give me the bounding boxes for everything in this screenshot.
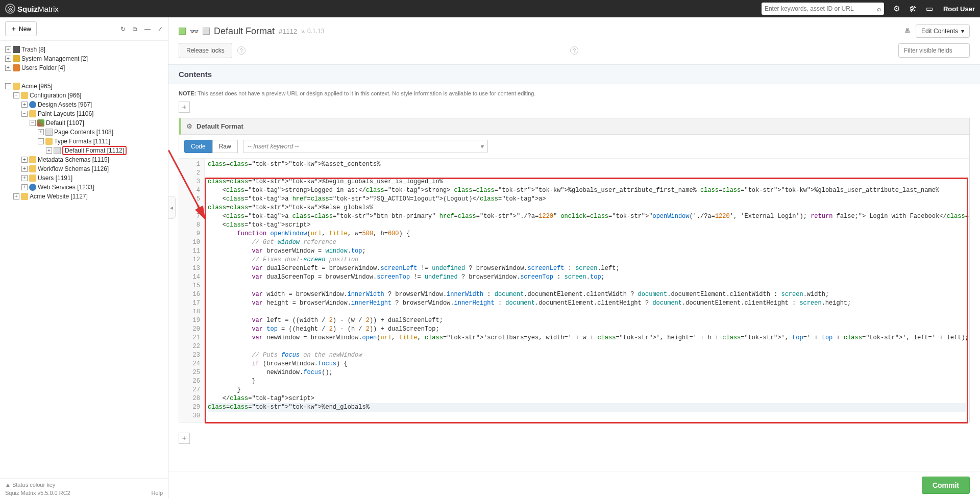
asset-tree-sidebar: ＋New ↻ ⧉ — ✓ +Trash [8]+System Managemen… (0, 17, 168, 499)
new-asset-button[interactable]: ＋New (5, 21, 37, 36)
expander-icon[interactable]: + (21, 166, 28, 172)
help-link[interactable]: Help (151, 490, 163, 496)
brand-suffix: Matrix (38, 5, 59, 13)
tree-row[interactable]: −Default [1107] (2, 118, 166, 128)
asset-type-icon (29, 174, 36, 182)
print-icon[interactable]: 🖶 (904, 28, 911, 35)
preview-icon[interactable]: 👓 (190, 27, 199, 35)
asset-type-icon (21, 92, 28, 99)
tree-node-label[interactable]: Users [1191] (38, 174, 72, 182)
tree-row[interactable]: +Default Format [1112] (2, 146, 166, 155)
tree-row[interactable]: +Web Services [1233] (2, 183, 166, 192)
tree-row[interactable]: −Paint Layouts [1106] (2, 109, 166, 118)
expander-icon[interactable]: + (21, 157, 28, 163)
tree-row[interactable] (2, 72, 166, 82)
release-locks-button[interactable]: Release locks (179, 43, 232, 58)
expander-icon[interactable]: − (38, 138, 44, 144)
tree-node-label[interactable]: Paint Layouts [1106] (38, 110, 93, 117)
code-lines[interactable]: class=class="tok-str">"tok-kw">%asset_co… (205, 159, 969, 422)
commit-button[interactable]: Commit (922, 477, 970, 494)
tree-node-label[interactable]: Configuration [966] (30, 92, 81, 99)
tree-row[interactable]: +Design Assets [967] (2, 100, 166, 109)
expander-icon[interactable]: + (21, 184, 28, 190)
chevron-down-icon: ▾ (961, 28, 964, 35)
expander-icon[interactable]: + (5, 65, 11, 71)
gear-icon[interactable]: ⚙ (186, 122, 192, 130)
tree-node-label[interactable]: Acme [965] (21, 83, 53, 90)
tree-row[interactable]: −Type Formats [1111] (2, 137, 166, 146)
tree-node-label[interactable]: Metadata Schemas [1115] (38, 156, 109, 163)
tree-row[interactable]: −Configuration [966] (2, 91, 166, 100)
expander-icon[interactable]: + (13, 193, 19, 199)
expander-icon[interactable]: + (46, 147, 52, 154)
tree-row[interactable]: +Metadata Schemas [1115] (2, 155, 166, 164)
expander-icon[interactable]: − (5, 83, 11, 89)
asset-tree[interactable]: +Trash [8]+System Management [2]+Users F… (0, 41, 168, 478)
asset-type-icon (45, 138, 53, 145)
copy-tree-icon[interactable]: ⧉ (133, 26, 137, 33)
tree-node-label[interactable]: Default Format [1112] (62, 146, 127, 155)
tree-node-label[interactable]: Trash [8] (21, 46, 45, 53)
expander-icon[interactable]: + (21, 102, 28, 108)
asset-type-icon (13, 46, 20, 53)
tree-node-label[interactable]: Acme Website [1127] (30, 193, 88, 200)
asset-type-icon (203, 28, 210, 35)
expander-icon[interactable]: − (21, 111, 28, 117)
version-label: Squiz Matrix v5.5.0.0 RC2 (5, 490, 70, 496)
tab-code[interactable]: Code (184, 140, 212, 153)
display-icon[interactable]: ▭ (926, 4, 933, 13)
tree-row[interactable]: +Users [1191] (2, 173, 166, 183)
help-icon-right[interactable]: ? (570, 46, 578, 55)
refresh-icon[interactable]: ↻ (120, 26, 126, 33)
tree-node-label[interactable]: Type Formats [1111] (54, 138, 110, 145)
collapse-icon[interactable]: — (144, 26, 151, 33)
expander-icon[interactable]: + (38, 129, 44, 135)
expander-icon[interactable]: + (5, 56, 11, 62)
brand-prefix: Squiz (17, 5, 38, 13)
global-search[interactable]: ⌕ (762, 3, 884, 15)
tree-node-label[interactable]: Page Contents [1108] (54, 129, 113, 136)
tree-node-label[interactable]: Web Services [1233] (38, 184, 94, 191)
tree-node-label[interactable]: Design Assets [967] (38, 101, 92, 108)
expander-icon[interactable]: − (30, 120, 36, 126)
asset-type-icon (21, 193, 28, 200)
search-input[interactable] (765, 5, 877, 12)
tree-row[interactable]: +Trash [8] (2, 45, 166, 54)
check-icon[interactable]: ✓ (158, 26, 163, 33)
code-editor[interactable]: 1234567891011121314151617181920212223242… (179, 159, 969, 422)
sidebar-collapse-handle[interactable]: ◂ (168, 196, 176, 219)
edit-contents-dropdown[interactable]: Edit Contents ▾ (916, 24, 970, 38)
tree-node-label[interactable] (13, 73, 14, 81)
filter-fields-input[interactable] (898, 43, 970, 58)
tree-row[interactable]: +Users Folder [4] (2, 63, 166, 72)
tree-row[interactable]: +System Management [2] (2, 54, 166, 63)
expander-icon[interactable]: + (5, 46, 11, 53)
asset-type-icon (29, 110, 36, 117)
add-content-below[interactable]: ＋ (179, 433, 190, 444)
tree-node-label[interactable]: System Management [2] (21, 55, 88, 62)
expander-icon[interactable]: + (21, 175, 28, 181)
status-colour-key[interactable]: Status colour key (12, 482, 55, 488)
current-user[interactable]: Root User (943, 5, 975, 13)
settings-icon[interactable]: ⚙ (893, 4, 900, 13)
tree-row[interactable]: +Page Contents [1108] (2, 128, 166, 137)
insert-keyword-dropdown[interactable]: -- Insert keyword -- ▾ (243, 140, 488, 153)
search-icon[interactable]: ⌕ (877, 5, 881, 13)
tree-row[interactable]: +Acme Website [1127] (2, 192, 166, 201)
tree-node-label[interactable]: Default [1107] (46, 119, 84, 127)
tab-raw[interactable]: Raw (212, 140, 238, 153)
help-icon[interactable]: ? (237, 46, 246, 55)
keyword-placeholder: -- Insert keyword -- (248, 143, 299, 150)
main-content: ◂ 👓 Default Format #1112 v. 0.1.13 🖶 Edi… (168, 17, 980, 499)
asset-type-icon (13, 55, 20, 62)
tree-node-label[interactable]: Users Folder [4] (21, 64, 65, 71)
add-content-above[interactable]: ＋ (179, 102, 190, 113)
expander-icon[interactable]: − (13, 92, 19, 98)
brand-logo: ◎ SquizMatrix (5, 4, 59, 14)
tree-row[interactable]: −Acme [965] (2, 82, 166, 91)
tools-icon[interactable]: 🛠 (909, 5, 917, 13)
asset-type-icon (29, 156, 36, 163)
tree-node-label[interactable]: Workflow Schemas [1126] (38, 165, 109, 172)
code-editor-container: ⚙ Default Format Code Raw -- Insert keyw… (179, 118, 970, 422)
tree-row[interactable]: +Workflow Schemas [1126] (2, 164, 166, 173)
